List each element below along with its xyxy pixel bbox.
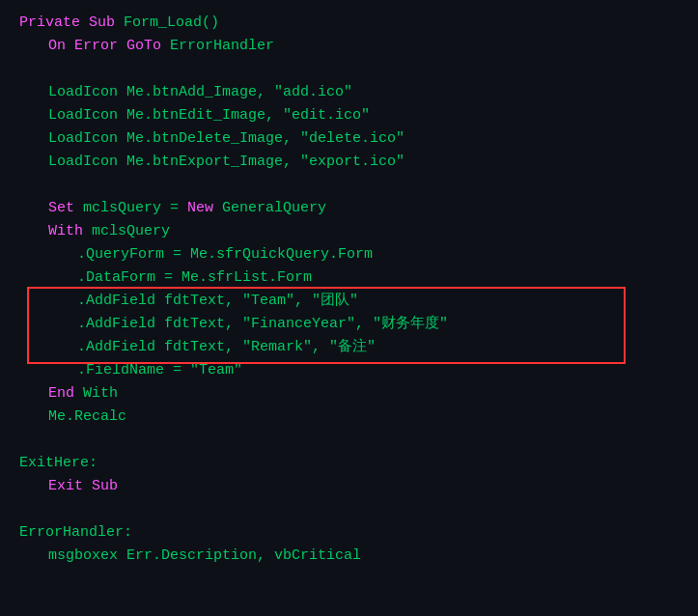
code-editor: Private Sub Form_Load() On Error GoTo Er… (0, 0, 698, 616)
code-line: LoadIcon Me.btnDelete_Image, "delete.ico… (19, 127, 679, 151)
code-line: .AddField fdtText, "FinanceYear", "财务年度" (19, 313, 679, 336)
code-line: .QueryForm = Me.sfrQuickQuery.Form (19, 243, 679, 266)
code-line: Me.Recalc (19, 406, 679, 429)
code-line: With mclsQuery (19, 220, 679, 243)
code-line: msgboxex Err.Description, vbCritical (19, 545, 679, 568)
code-line: .DataForm = Me.sfrList.Form (19, 266, 679, 290)
code-line (19, 429, 679, 452)
code-line (19, 498, 679, 521)
code-line: LoadIcon Me.btnAdd_Image, "add.ico" (19, 81, 679, 104)
code-line: End With (19, 382, 679, 406)
code-line: On Error GoTo ErrorHandler (19, 35, 679, 58)
code-line: Set mclsQuery = New GeneralQuery (19, 197, 679, 220)
code-line: .AddField fdtText, "Remark", "备注" (19, 336, 679, 359)
code-line: Exit Sub (19, 475, 679, 498)
code-line (19, 174, 679, 197)
code-line: ExitHere: (19, 452, 679, 475)
code-line (19, 58, 679, 81)
code-line: .AddField fdtText, "Team", "团队" (19, 290, 679, 313)
code-line: LoadIcon Me.btnEdit_Image, "edit.ico" (19, 104, 679, 127)
code-line: .FieldName = "Team" (19, 359, 679, 382)
code-line: LoadIcon Me.btnExport_Image, "export.ico… (19, 151, 679, 174)
code-line: ErrorHandler: (19, 521, 679, 545)
code-line: Private Sub Form_Load() (19, 12, 679, 35)
